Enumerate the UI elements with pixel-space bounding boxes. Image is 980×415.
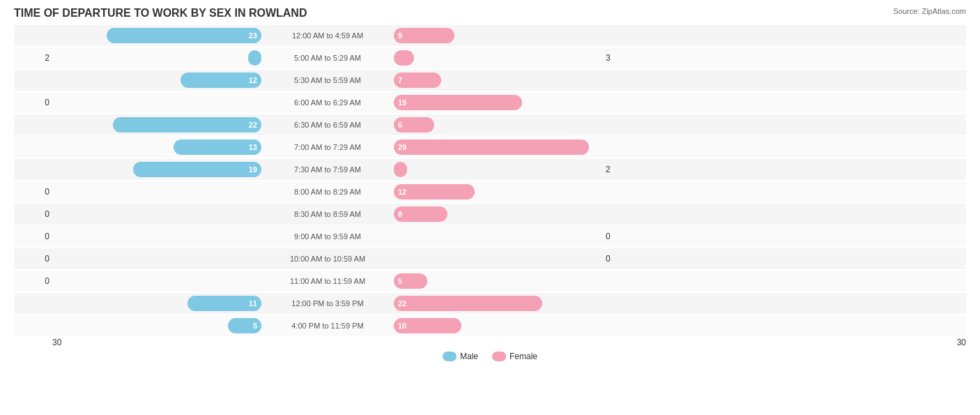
male-bar: 23 [107, 28, 261, 43]
female-bar: 8 [394, 206, 447, 222]
female-bar-label: 6 [398, 121, 402, 129]
right-bar-area: 6 [394, 117, 603, 133]
female-bar-label: 9 [398, 31, 402, 40]
axis-left: 30 [52, 338, 61, 347]
female-bar: 29 [394, 139, 589, 155]
female-bar-label: 8 [398, 210, 402, 218]
axis-row: 30 30 [14, 338, 966, 347]
left-bar-area [52, 229, 261, 244]
right-value: 0 [603, 254, 631, 264]
time-label: 8:00 AM to 8:29 AM [261, 188, 394, 196]
time-label: 4:00 PM to 11:59 PM [261, 322, 394, 330]
left-bar-area: 13 [52, 139, 261, 155]
female-bar [394, 229, 398, 244]
male-swatch [443, 352, 457, 361]
female-bar [394, 251, 398, 266]
time-label: 12:00 AM to 4:59 AM [261, 31, 394, 40]
table-row: 011:00 AM to 11:59 AM5 [14, 271, 966, 292]
male-bar-label: 23 [249, 31, 257, 40]
female-bar: 7 [394, 73, 441, 88]
left-bar-area: 22 [52, 117, 261, 133]
female-bar: 12 [394, 184, 475, 199]
female-bar: 5 [394, 273, 427, 289]
left-bar-area [52, 95, 261, 110]
male-bar: 5 [228, 318, 261, 333]
time-label: 12:00 PM to 3:59 PM [261, 299, 394, 308]
left-bar-area: 5 [52, 318, 261, 333]
table-row: 125:30 AM to 5:59 AM7 [14, 70, 966, 91]
left-value: 0 [14, 276, 52, 286]
time-label: 8:30 AM to 8:59 AM [261, 210, 394, 218]
right-bar-area: 22 [394, 296, 603, 311]
left-value: 0 [14, 98, 52, 107]
time-label: 6:00 AM to 6:29 AM [261, 98, 394, 107]
female-bar-label: 7 [398, 76, 402, 84]
male-bar: 12 [181, 73, 261, 88]
right-value: 2 [603, 165, 631, 174]
male-bar-label: 11 [249, 299, 257, 308]
time-label: 7:30 AM to 7:59 AM [261, 165, 394, 174]
table-row: 06:00 AM to 6:29 AM19 [14, 92, 966, 113]
female-bar-label: 19 [398, 98, 406, 107]
male-bar: 11 [187, 296, 261, 311]
male-bar: 22 [113, 117, 261, 133]
table-row: 197:30 AM to 7:59 AM2 [14, 159, 966, 180]
male-bar: 19 [133, 162, 261, 177]
time-label: 5:30 AM to 5:59 AM [261, 76, 394, 84]
male-label: Male [460, 352, 478, 361]
male-bar-label: 19 [249, 165, 257, 174]
time-label: 6:30 AM to 6:59 AM [261, 121, 394, 129]
female-bar: 22 [394, 296, 542, 311]
male-bar-label: 22 [249, 121, 257, 129]
female-bar: 10 [394, 318, 461, 333]
right-bar-area: 10 [394, 318, 603, 333]
right-bar-area [394, 162, 603, 177]
female-bar-label: 29 [398, 143, 406, 151]
female-bar-label: 12 [398, 188, 406, 196]
legend-male: Male [443, 352, 478, 361]
right-bar-area: 29 [394, 139, 603, 155]
title-row: TIME OF DEPARTURE TO WORK BY SEX IN ROWL… [14, 7, 966, 20]
left-bar-area [52, 273, 261, 289]
male-bar-label: 5 [253, 322, 257, 330]
left-bar-area: 12 [52, 73, 261, 88]
legend-row: Male Female [14, 352, 966, 361]
right-bar-area: 5 [394, 273, 603, 289]
table-row: 54:00 PM to 11:59 PM10 [14, 315, 966, 336]
table-row: 1112:00 PM to 3:59 PM22 [14, 293, 966, 314]
left-bar-area [52, 206, 261, 222]
right-bar-area: 9 [394, 28, 603, 43]
female-bar: 9 [394, 28, 454, 43]
female-bar: 19 [394, 95, 522, 110]
male-bar-label: 12 [249, 76, 257, 84]
chart-title: TIME OF DEPARTURE TO WORK BY SEX IN ROWL… [14, 7, 307, 20]
chart-body: 2312:00 AM to 4:59 AM925:00 AM to 5:29 A… [14, 25, 966, 336]
female-bar-label: 10 [398, 322, 406, 330]
right-bar-area [394, 251, 603, 266]
time-label: 7:00 AM to 7:29 AM [261, 143, 394, 151]
left-bar-area [52, 251, 261, 266]
left-value: 0 [14, 187, 52, 197]
left-bar-area: 19 [52, 162, 261, 177]
female-label: Female [510, 352, 537, 361]
table-row: 137:00 AM to 7:29 AM29 [14, 137, 966, 158]
female-bar [394, 50, 414, 66]
female-swatch [492, 352, 506, 361]
source-text: Source: ZipAtlas.com [893, 7, 966, 15]
female-bar [394, 162, 407, 177]
table-row: 08:30 AM to 8:59 AM8 [14, 204, 966, 225]
male-bar-label: 13 [249, 143, 257, 151]
right-bar-area [394, 50, 603, 66]
chart-container: TIME OF DEPARTURE TO WORK BY SEX IN ROWL… [0, 0, 980, 415]
right-bar-area: 7 [394, 73, 603, 88]
time-label: 5:00 AM to 5:29 AM [261, 54, 394, 62]
axis-right: 30 [957, 338, 966, 347]
left-value: 0 [14, 232, 52, 241]
left-bar-area: 11 [52, 296, 261, 311]
time-label: 11:00 AM to 11:59 AM [261, 277, 394, 285]
table-row: 2312:00 AM to 4:59 AM9 [14, 25, 966, 46]
female-bar-label: 22 [398, 299, 406, 308]
right-bar-area: 8 [394, 206, 603, 222]
table-row: 25:00 AM to 5:29 AM3 [14, 47, 966, 68]
male-bar: 13 [174, 139, 261, 155]
